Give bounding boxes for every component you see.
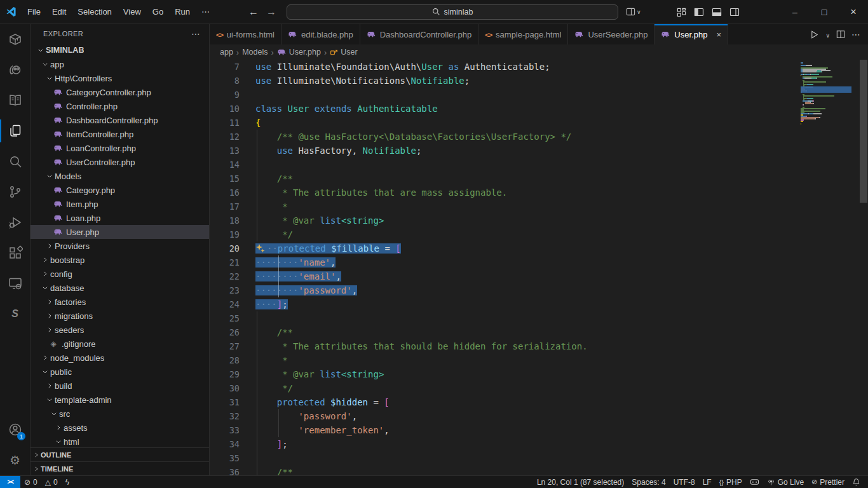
- tab-userseeder-php[interactable]: UserSeeder.php: [568, 24, 654, 44]
- code-line-10[interactable]: 10class User extends Authenticatable: [210, 102, 868, 116]
- code-line-13[interactable]: 13 use HasFactory, Notifiable;: [210, 144, 868, 158]
- minimap[interactable]: [801, 60, 859, 475]
- explorer-more-actions-icon[interactable]: ⋯: [191, 29, 200, 39]
- toggle-panel-icon[interactable]: [708, 3, 726, 21]
- tree-item-.gitignore[interactable]: ◈.gitignore: [31, 337, 209, 351]
- code-line-14[interactable]: 14: [210, 158, 868, 172]
- breadcrumb-user[interactable]: User: [330, 48, 357, 57]
- breadcrumb-models[interactable]: Models: [242, 48, 268, 57]
- back-button[interactable]: ←: [245, 6, 262, 18]
- menu-file[interactable]: File: [22, 0, 46, 24]
- close-tab-icon[interactable]: ×: [716, 30, 721, 39]
- section-timeline[interactable]: TIMELINE: [31, 461, 209, 475]
- tab-user-php[interactable]: User.php×: [654, 24, 728, 44]
- tree-item-categorycontroller.php[interactable]: CategoryController.php: [31, 85, 209, 99]
- code-line-12[interactable]: 12 /** @use HasFactory<\Database\Factori…: [210, 130, 868, 144]
- code-line-24[interactable]: 24····];: [210, 297, 868, 311]
- tree-item-loancontroller.php[interactable]: LoanController.php: [31, 141, 209, 155]
- tree-item-config[interactable]: config: [31, 267, 209, 281]
- code-line-18[interactable]: 18 * @var list<string>: [210, 214, 868, 227]
- monkey-refresh-icon[interactable]: [0, 55, 30, 85]
- run-debug-icon[interactable]: [0, 207, 30, 238]
- code-line-17[interactable]: 17 *: [210, 200, 868, 214]
- tree-item-siminlab[interactable]: SIMINLAB: [31, 43, 209, 57]
- source-control-icon[interactable]: [0, 177, 30, 207]
- tree-item-factories[interactable]: factories: [31, 295, 209, 309]
- status-language-mode[interactable]: {}PHP: [715, 476, 746, 488]
- code-line-31[interactable]: 31 protected $hidden = [: [210, 395, 868, 409]
- status-eol[interactable]: LF: [699, 476, 715, 488]
- menu-selection[interactable]: Selection: [72, 0, 117, 24]
- minimize-button[interactable]: –: [780, 0, 810, 24]
- code-line-34[interactable]: 34 ];: [210, 437, 868, 451]
- tree-item-dashboardcontroller.php[interactable]: DashboardController.php: [31, 113, 209, 127]
- scrollbar-thumb[interactable]: [860, 60, 867, 203]
- error-icon[interactable]: ⊘0: [20, 476, 41, 488]
- code-line-32[interactable]: 32 'password',: [210, 409, 868, 423]
- code-line-28[interactable]: 28 *: [210, 353, 868, 367]
- live-preview-icon[interactable]: [0, 268, 30, 299]
- tree-item-src[interactable]: src: [31, 407, 209, 421]
- tree-item-node-modules[interactable]: node_modules: [31, 351, 209, 365]
- status-copilot[interactable]: [746, 476, 763, 488]
- tree-item-build[interactable]: build: [31, 379, 209, 393]
- code-line-15[interactable]: 15 /**: [210, 172, 868, 186]
- toggle-sidebar-icon[interactable]: [690, 3, 708, 21]
- section-outline[interactable]: OUTLINE: [31, 447, 209, 461]
- code-line-27[interactable]: 27 * The attributes that should be hidde…: [210, 339, 868, 353]
- settings-gear-icon[interactable]: ⚙: [0, 445, 30, 475]
- menu-[interactable]: ⋯: [196, 0, 215, 24]
- tree-item-database[interactable]: database: [31, 281, 209, 295]
- tree-item-user.php[interactable]: User.php: [31, 225, 209, 239]
- lightning-icon[interactable]: ϟ: [62, 476, 73, 488]
- tree-item-loan.php[interactable]: Loan.php: [31, 211, 209, 225]
- forward-button[interactable]: →: [262, 6, 280, 18]
- status-indentation[interactable]: Spaces: 4: [628, 476, 669, 488]
- toggle-secondary-sidebar-icon[interactable]: [726, 3, 743, 21]
- tree-item-html[interactable]: html: [31, 435, 209, 447]
- status-encoding[interactable]: UTF-8: [670, 476, 699, 488]
- menu-view[interactable]: View: [118, 0, 147, 24]
- code-editor[interactable]: 7use Illuminate\Foundation\Auth\User as …: [210, 60, 868, 475]
- tree-item-seeders[interactable]: seeders: [31, 323, 209, 337]
- tree-item-migrations[interactable]: migrations: [31, 309, 209, 323]
- command-center-search[interactable]: siminlab: [287, 4, 618, 20]
- run-icon[interactable]: [810, 30, 819, 39]
- tab-sample-page-html[interactable]: <>sample-page.html: [478, 24, 568, 44]
- code-line-36[interactable]: 36 /**: [210, 465, 868, 475]
- chevron-down-icon[interactable]: ∨: [825, 30, 830, 39]
- menu-edit[interactable]: Edit: [46, 0, 72, 24]
- container-icon[interactable]: [0, 24, 30, 55]
- search-icon[interactable]: [0, 146, 30, 177]
- more-actions-icon[interactable]: ⋯: [851, 29, 860, 39]
- code-line-22[interactable]: 22········'email',: [210, 269, 868, 283]
- s-logo-icon[interactable]: S: [0, 299, 30, 329]
- status-cursor-position[interactable]: Ln 20, Col 1 (87 selected): [533, 476, 628, 488]
- tab-edit-blade-php[interactable]: edit.blade.php: [281, 24, 360, 44]
- status-notifications[interactable]: [848, 476, 864, 488]
- tab-dashboardcontroller-php[interactable]: DashboardController.php: [360, 24, 479, 44]
- code-line-29[interactable]: 29 * @var list<string>: [210, 367, 868, 381]
- breadcrumb[interactable]: app›Models›User.php›User: [210, 44, 868, 60]
- code-line-16[interactable]: 16 * The attributes that are mass assign…: [210, 186, 868, 200]
- menu-go[interactable]: Go: [147, 0, 169, 24]
- tree-item-app[interactable]: app: [31, 57, 209, 71]
- customize-layout-icon[interactable]: [672, 3, 690, 21]
- layout-control[interactable]: ∨: [626, 7, 641, 17]
- tree-item-providers[interactable]: Providers: [31, 239, 209, 253]
- code-line-7[interactable]: 7use Illuminate\Foundation\Auth\User as …: [210, 60, 868, 74]
- warning-icon[interactable]: △0: [41, 476, 62, 488]
- status-go-live[interactable]: Go Live: [763, 476, 808, 488]
- close-button[interactable]: ×: [839, 0, 868, 24]
- tree-item-assets[interactable]: assets: [31, 421, 209, 435]
- tree-item-bootstrap[interactable]: bootstrap: [31, 253, 209, 267]
- tree-item-public[interactable]: public: [31, 365, 209, 379]
- split-editor-icon[interactable]: [836, 30, 845, 39]
- book-icon[interactable]: [0, 85, 30, 116]
- tree-item-usercontroller.php[interactable]: UserController.php: [31, 155, 209, 169]
- code-line-11[interactable]: 11{: [210, 116, 868, 130]
- tree-item-itemcontroller.php[interactable]: ItemController.php: [31, 127, 209, 141]
- code-line-26[interactable]: 26 /**: [210, 325, 868, 339]
- code-line-35[interactable]: 35: [210, 451, 868, 465]
- explorer-files-icon[interactable]: [0, 116, 30, 146]
